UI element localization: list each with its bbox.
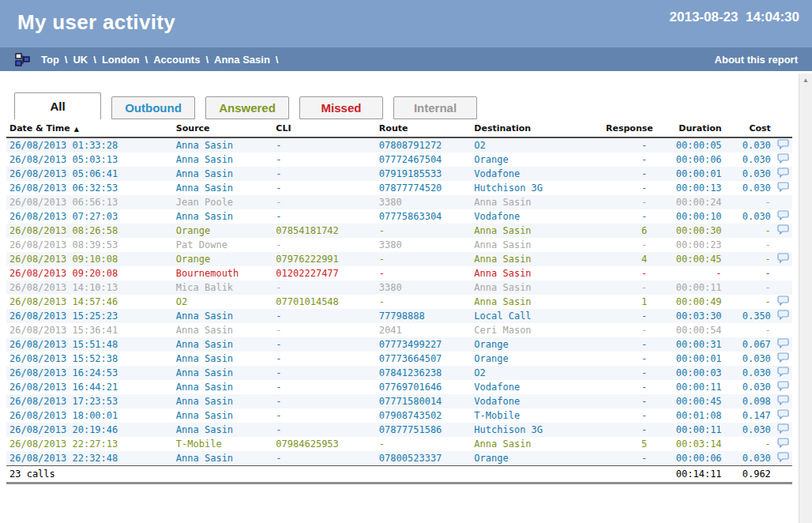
cell-cost: 0.030 bbox=[725, 366, 774, 380]
cell-response: - bbox=[603, 352, 650, 366]
call-note-icon[interactable] bbox=[774, 209, 792, 224]
cell-cli: - bbox=[273, 337, 376, 352]
cell-cli: - bbox=[273, 408, 376, 423]
call-note-icon[interactable] bbox=[774, 252, 792, 266]
cell-destination: Vodafone bbox=[471, 380, 603, 394]
cell-source: Anna Sasin bbox=[173, 394, 273, 408]
cell-route: 07800523337 bbox=[376, 451, 471, 466]
cell-response: - bbox=[603, 408, 650, 423]
call-note-icon[interactable] bbox=[774, 352, 792, 366]
tab-all[interactable]: All bbox=[14, 92, 101, 119]
call-note-icon[interactable] bbox=[774, 451, 792, 466]
table-row: 26/08/2013 15:36:41Anna Sasin-2041Ceri M… bbox=[6, 323, 792, 337]
cell-datetime: 26/08/2013 06:56:13 bbox=[6, 195, 173, 209]
column-header-response[interactable]: Response bbox=[603, 121, 650, 137]
cell-response: 5 bbox=[603, 437, 650, 451]
cell-cost: - bbox=[725, 437, 774, 451]
call-note-icon[interactable] bbox=[774, 408, 792, 423]
cell-source: Anna Sasin bbox=[173, 137, 273, 152]
breadcrumb-item-uk[interactable]: UK bbox=[73, 54, 88, 66]
cell-response: 4 bbox=[603, 252, 650, 266]
cell-duration: 00:00:10 bbox=[650, 209, 724, 224]
cell-cost: 0.030 bbox=[725, 152, 774, 167]
tab-answered[interactable]: Answered bbox=[205, 96, 289, 119]
breadcrumb-item-london[interactable]: London bbox=[102, 54, 140, 66]
cell-duration: 00:00:06 bbox=[650, 451, 724, 466]
cell-empty bbox=[774, 266, 792, 280]
call-note-icon[interactable] bbox=[774, 137, 792, 152]
tab-internal[interactable]: Internal bbox=[393, 96, 477, 119]
tab-missed[interactable]: Missed bbox=[299, 96, 383, 119]
about-report-link[interactable]: About this report bbox=[715, 54, 798, 66]
column-header-route[interactable]: Route bbox=[376, 121, 471, 137]
column-header-cli[interactable]: CLI bbox=[273, 121, 376, 137]
column-header-source[interactable]: Source bbox=[173, 121, 273, 137]
call-note-icon[interactable] bbox=[774, 181, 792, 195]
cell-duration: 00:00:03 bbox=[650, 366, 724, 380]
call-note-icon[interactable] bbox=[774, 295, 792, 309]
call-note-icon[interactable] bbox=[774, 309, 792, 323]
cell-destination: Anna Sasin bbox=[471, 437, 603, 451]
table-row: 26/08/2013 06:32:53Anna Sasin-0787777452… bbox=[6, 181, 792, 195]
report-timestamp: 2013-08-23 14:04:30 bbox=[670, 9, 799, 25]
cell-source: O2 bbox=[173, 295, 273, 309]
call-note-icon[interactable] bbox=[774, 423, 792, 437]
cell-datetime: 26/08/2013 22:32:48 bbox=[6, 451, 173, 466]
cell-cost: - bbox=[725, 323, 774, 337]
cell-destination: Orange bbox=[471, 352, 603, 366]
column-header-destination[interactable]: Destination bbox=[471, 121, 603, 137]
cell-destination: Orange bbox=[471, 152, 603, 167]
call-note-icon[interactable] bbox=[774, 437, 792, 451]
cell-source: Pat Downe bbox=[173, 238, 273, 252]
cell-route: 07908743502 bbox=[376, 408, 471, 423]
cell-route: 3380 bbox=[376, 195, 471, 209]
cell-response: - bbox=[603, 152, 650, 167]
cell-duration: 00:00:23 bbox=[650, 238, 724, 252]
cell-route: 07771580014 bbox=[376, 394, 471, 408]
column-header-icon bbox=[774, 121, 792, 137]
cell-response: - bbox=[603, 238, 650, 252]
call-note-icon[interactable] bbox=[774, 337, 792, 352]
breadcrumb-item-anna-sasin[interactable]: Anna Sasin bbox=[214, 54, 270, 66]
cell-datetime: 26/08/2013 05:06:41 bbox=[6, 167, 173, 181]
cell-source: Orange bbox=[173, 224, 273, 238]
call-note-icon[interactable] bbox=[774, 152, 792, 167]
call-note-icon[interactable] bbox=[774, 167, 792, 181]
cell-response: - bbox=[603, 209, 650, 224]
cell-response: - bbox=[603, 167, 650, 181]
call-note-icon[interactable] bbox=[774, 366, 792, 380]
column-header-datetime[interactable]: Date & Time▲ bbox=[6, 121, 173, 137]
cell-route: - bbox=[376, 252, 471, 266]
cell-duration: 00:00:11 bbox=[650, 423, 724, 437]
cell-cost: 0.030 bbox=[725, 380, 774, 394]
cell-source: Orange bbox=[173, 252, 273, 266]
column-header-cost[interactable]: Cost bbox=[725, 121, 774, 137]
call-note-icon[interactable] bbox=[774, 224, 792, 238]
vertical-scrollbar[interactable]: ▲ bbox=[799, 73, 812, 523]
cell-duration: 00:00:54 bbox=[650, 323, 724, 337]
breadcrumb-separator: \ bbox=[145, 54, 148, 66]
call-note-icon[interactable] bbox=[774, 380, 792, 394]
cell-duration: 00:03:30 bbox=[650, 309, 724, 323]
cell-cost: - bbox=[725, 224, 774, 238]
page-title: My user activity bbox=[17, 10, 175, 35]
table-row: 26/08/2013 15:25:23Anna Sasin-77798888Lo… bbox=[6, 309, 792, 323]
cell-cli: - bbox=[273, 380, 376, 394]
cell-cost: 0.030 bbox=[725, 451, 774, 466]
cell-destination: Vodafone bbox=[471, 394, 603, 408]
cell-source: Jean Poole bbox=[173, 195, 273, 209]
scroll-up-arrow[interactable]: ▲ bbox=[799, 73, 812, 87]
cell-source: Anna Sasin bbox=[173, 152, 273, 167]
column-header-duration[interactable]: Duration bbox=[650, 121, 724, 137]
cell-response: - bbox=[603, 366, 650, 380]
cell-source: Anna Sasin bbox=[173, 167, 273, 181]
table-row: 26/08/2013 17:23:53Anna Sasin-0777158001… bbox=[6, 394, 792, 408]
breadcrumb-item-accounts[interactable]: Accounts bbox=[153, 54, 200, 66]
cell-response: 6 bbox=[603, 224, 650, 238]
cell-datetime: 26/08/2013 06:32:53 bbox=[6, 181, 173, 195]
tab-outbound[interactable]: Outbound bbox=[111, 96, 195, 119]
call-note-icon[interactable] bbox=[774, 394, 792, 408]
cell-response: - bbox=[603, 451, 650, 466]
breadcrumb-item-top[interactable]: Top bbox=[41, 54, 59, 66]
calls-count: 23 calls bbox=[6, 466, 650, 483]
